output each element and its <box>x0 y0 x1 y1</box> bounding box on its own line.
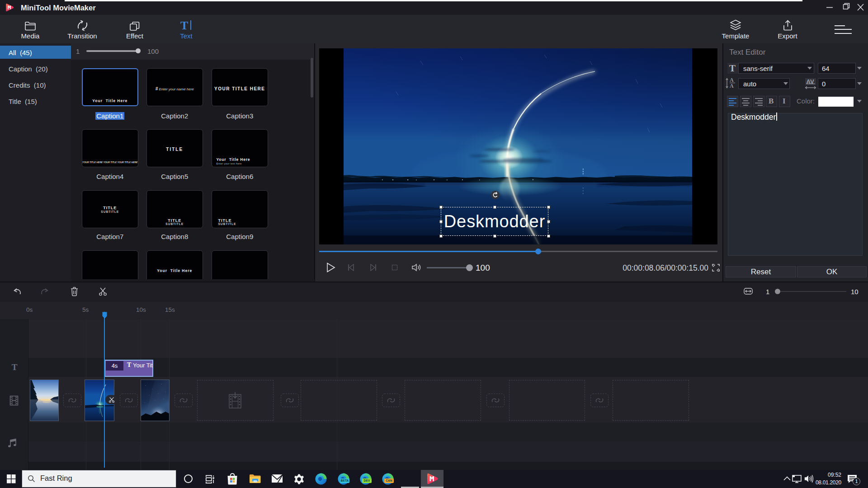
svg-text:A: A <box>730 83 734 89</box>
svg-text:A: A <box>730 77 734 83</box>
